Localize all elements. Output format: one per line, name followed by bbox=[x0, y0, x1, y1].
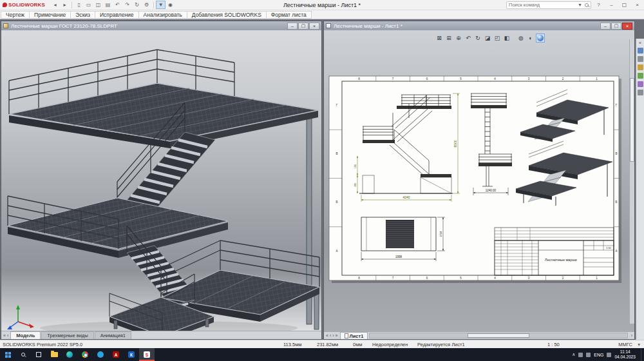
show-desktop-button[interactable] bbox=[641, 348, 643, 361]
rebuild-icon[interactable]: ↻ bbox=[132, 1, 142, 9]
view-settings-icon[interactable]: ◐ bbox=[526, 34, 535, 43]
model-minimize-button[interactable]: – bbox=[287, 23, 298, 30]
start-button[interactable] bbox=[0, 348, 15, 361]
horizontal-scrollbar-thumb[interactable] bbox=[468, 333, 529, 338]
taskbar-clock[interactable]: 11:14 04.04.2023 bbox=[614, 349, 636, 360]
solidworks-app-button[interactable]: S bbox=[139, 348, 155, 361]
print-icon[interactable]: ▤ bbox=[103, 1, 113, 9]
redo-icon[interactable]: ↷ bbox=[122, 1, 132, 9]
sketch-state: Недоопределен bbox=[372, 342, 408, 347]
new-document-icon[interactable]: ▯ bbox=[74, 1, 84, 9]
dimension-front-a[interactable]: 380 bbox=[354, 182, 357, 187]
sheet-prev-icon[interactable]: ‹ bbox=[330, 333, 331, 338]
tab-prev-icon[interactable]: ‹ bbox=[7, 333, 8, 338]
sheet-tab[interactable]: Лист1 bbox=[340, 332, 368, 339]
drawing-close-button[interactable]: × bbox=[622, 23, 632, 30]
sheet-first-icon[interactable]: « bbox=[326, 333, 328, 338]
search-dropdown-icon[interactable]: ▾ bbox=[577, 1, 583, 9]
undo-icon[interactable]: ↶ bbox=[113, 1, 122, 9]
drawing-window-titlebar[interactable]: Лестничные марши - Лист1 * – ▢ × bbox=[324, 21, 634, 30]
selection-filter-icon[interactable]: ▼ bbox=[156, 1, 166, 9]
chrome-app[interactable] bbox=[77, 348, 93, 361]
rotate-view-icon[interactable]: ↻ bbox=[473, 34, 482, 43]
search-icon[interactable] bbox=[585, 3, 589, 7]
drawing-viewport[interactable]: ⊠ ⊞ ⊕ ↶ ↻ ◪ ◰ ◧ ◍ ◐ bbox=[324, 30, 634, 331]
kompas-app[interactable]: К bbox=[124, 348, 139, 361]
taskbar-search-button[interactable] bbox=[15, 348, 31, 361]
app-close-button[interactable]: × bbox=[632, 1, 643, 9]
open-icon[interactable]: ▭ bbox=[84, 1, 93, 9]
task-pane-collapse-icon[interactable]: « bbox=[639, 41, 641, 45]
view-palette-icon[interactable] bbox=[638, 73, 643, 79]
back-icon[interactable]: ◂ bbox=[50, 1, 60, 9]
search-input[interactable] bbox=[509, 2, 575, 8]
custom-properties-icon[interactable] bbox=[638, 90, 643, 95]
help-icon[interactable]: ? bbox=[593, 1, 604, 9]
zoom-icon[interactable]: ⊕ bbox=[454, 34, 463, 43]
language-indicator[interactable]: ENG bbox=[594, 353, 603, 357]
dimension-front-b[interactable]: 180 bbox=[354, 164, 357, 168]
task-view-button[interactable] bbox=[31, 348, 46, 361]
menu-tab-drawing[interactable]: Чертеж bbox=[1, 11, 30, 19]
units-dropdown-icon[interactable]: ▾ bbox=[638, 342, 640, 347]
appearances-icon[interactable] bbox=[638, 81, 643, 87]
design-library-icon[interactable] bbox=[638, 56, 643, 62]
dimension-front-height[interactable]: 6500 bbox=[453, 140, 457, 147]
edge-app[interactable] bbox=[62, 348, 77, 361]
resources-icon[interactable] bbox=[638, 48, 643, 54]
app-restore-button[interactable]: ▢ bbox=[619, 1, 630, 9]
tab-animation[interactable]: Анимация1 bbox=[95, 331, 131, 339]
model-close-button[interactable]: × bbox=[309, 23, 319, 30]
tab-3d-views[interactable]: Трехмерные виды bbox=[41, 331, 93, 339]
tray-expand-icon[interactable]: ∧ bbox=[572, 352, 575, 357]
edit-appearance-icon[interactable] bbox=[536, 34, 545, 43]
scroll-right-icon[interactable]: › bbox=[629, 332, 634, 340]
model-restore-button[interactable]: ▢ bbox=[298, 23, 308, 30]
menu-tab-evaluate[interactable]: Анализировать bbox=[138, 11, 187, 19]
menu-tab-annotation[interactable]: Примечание bbox=[29, 11, 71, 19]
vertical-scrollbar[interactable] bbox=[629, 39, 634, 324]
section-view-icon[interactable]: ◪ bbox=[483, 34, 492, 43]
save-icon[interactable]: ◫ bbox=[93, 1, 103, 9]
display-settings-icon[interactable]: ◉ bbox=[166, 1, 175, 9]
sheet-scale[interactable]: 1 : 50 bbox=[547, 342, 560, 347]
display-style-icon[interactable]: ◧ bbox=[502, 34, 511, 43]
model-viewport[interactable] bbox=[1, 30, 321, 331]
units-label[interactable]: ММГС bbox=[618, 342, 632, 347]
acrobat-app[interactable]: A bbox=[108, 348, 124, 361]
menu-tab-sketch[interactable]: Эскиз bbox=[70, 11, 95, 19]
tab-model[interactable]: Модель bbox=[10, 331, 41, 339]
options-gear-icon[interactable]: ⚙ bbox=[142, 1, 151, 9]
tab-first-icon[interactable]: « bbox=[3, 333, 6, 338]
telegram-app[interactable] bbox=[93, 348, 108, 361]
volume-icon[interactable] bbox=[586, 353, 591, 357]
dimension-plan-height[interactable]: 2724 bbox=[439, 231, 442, 237]
sheet-next-icon[interactable]: › bbox=[332, 333, 334, 338]
hide-show-items-icon[interactable]: ◍ bbox=[516, 34, 526, 43]
dimension-front-width[interactable]: 4240 bbox=[402, 195, 410, 199]
previous-view-icon[interactable]: ↶ bbox=[464, 34, 473, 43]
model-window-titlebar[interactable]: Лестничные марши ГОСТ 23120-78.SLDPRT – … bbox=[1, 21, 321, 30]
staircase-3d-model bbox=[1, 30, 321, 332]
zoom-area-icon[interactable]: ⊞ bbox=[444, 34, 453, 43]
menu-tab-repair[interactable]: Исправление bbox=[95, 11, 139, 19]
drawing-minimize-button[interactable]: – bbox=[600, 23, 611, 30]
forward-icon[interactable]: ▸ bbox=[60, 1, 70, 9]
horizontal-scrollbar[interactable] bbox=[369, 333, 627, 338]
battery-icon[interactable] bbox=[607, 353, 611, 357]
file-explorer-icon[interactable] bbox=[638, 64, 643, 70]
drawing-sheet[interactable]: 8 7 6 5 4 3 2 1 8 7 6 5 4 3 2 bbox=[324, 30, 630, 333]
app-minimize-button[interactable]: – bbox=[606, 1, 617, 9]
file-explorer-app[interactable] bbox=[46, 348, 62, 361]
menu-tab-addins[interactable]: Добавления SOLIDWORKS bbox=[187, 11, 267, 19]
sheet-last-icon[interactable]: » bbox=[336, 333, 338, 338]
command-search[interactable]: ▾ bbox=[506, 1, 591, 9]
zoom-fit-icon[interactable]: ⊠ bbox=[435, 34, 444, 43]
dimension-side-width[interactable]: 1240.00 bbox=[486, 189, 497, 192]
vertical-scrollbar-thumb[interactable] bbox=[630, 78, 634, 162]
menu-tab-sheet-format[interactable]: Формат листа bbox=[266, 11, 312, 19]
view-orientation-icon[interactable]: ◰ bbox=[493, 34, 502, 43]
network-icon[interactable] bbox=[578, 353, 583, 357]
dimension-plan-width[interactable]: 1998 bbox=[395, 255, 402, 259]
drawing-restore-button[interactable]: ▢ bbox=[611, 23, 621, 30]
